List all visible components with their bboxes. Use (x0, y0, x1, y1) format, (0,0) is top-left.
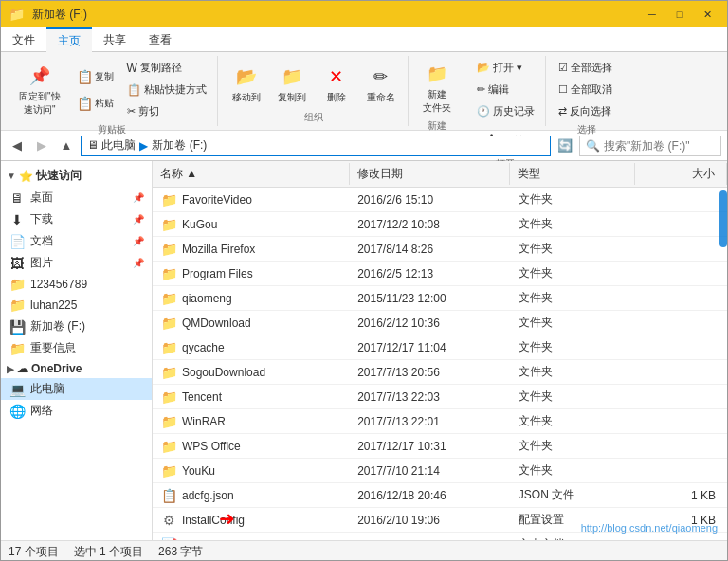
table-row[interactable]: 📁 WPS Office 2017/12/17 10:31 文件夹 (153, 434, 727, 459)
expand-arrow: ▼ (7, 171, 16, 181)
history-button[interactable]: 🕐 历史记录 (472, 101, 539, 121)
sidebar-item-downloads[interactable]: ⬇ 下载 📌 (1, 208, 152, 230)
main-layout: ▼ ⭐ 快速访问 🖥 桌面 📌 ⬇ 下载 📌 📄 文档 📌 🖼 图片 (1, 161, 727, 540)
invert-select-button[interactable]: ⇄ 反向选择 (554, 101, 620, 121)
network-label: 网络 (30, 403, 144, 419)
table-row[interactable]: 📁 qycache 2017/12/17 11:04 文件夹 (153, 335, 727, 360)
new-folder-button[interactable]: 📁 新建文件夹 (416, 58, 458, 118)
file-name: Mozilla Firefox (182, 243, 255, 256)
sidebar-item-pictures[interactable]: 🖼 图片 📌 (1, 252, 152, 274)
file-name: QMDownload (182, 317, 251, 330)
sidebar-item-network[interactable]: 🌐 网络 (1, 400, 152, 422)
quick-access-header[interactable]: ▼ ⭐ 快速访问 (1, 165, 152, 187)
delete-icon: ✕ (323, 63, 350, 90)
network-icon: 🌐 (9, 404, 26, 419)
file-type: 文件夹 (511, 263, 635, 283)
paste-shortcut-label: 粘贴快捷方式 (144, 82, 207, 97)
maximize-button[interactable]: □ (667, 6, 692, 23)
select-all-button[interactable]: ☑ 全部选择 (554, 58, 620, 78)
close-button[interactable]: ✕ (695, 6, 719, 23)
copy-to-button[interactable]: 📁 复制到 (271, 61, 313, 107)
file-icon: 📁 (160, 316, 177, 331)
col-date-header[interactable]: 修改日期 (350, 163, 511, 185)
onedrive-label: OneDrive (31, 362, 82, 375)
file-type: 文件夹 (511, 436, 635, 456)
file-date: 2016/2/12 10:36 (350, 315, 511, 332)
folder1-label: 123456789 (30, 278, 144, 291)
onedrive-header[interactable]: ▶ ☁ OneDrive (1, 359, 152, 378)
file-type: 配置设置 (511, 510, 635, 530)
file-icon: 📁 (160, 365, 177, 380)
refresh-button[interactable]: 🔄 (555, 136, 575, 156)
tab-home[interactable]: 主页 (46, 27, 92, 52)
sidebar-item-documents[interactable]: 📄 文档 📌 (1, 230, 152, 252)
table-row[interactable]: 📁 SogouDownload 2017/7/13 20:56 文件夹 (153, 360, 727, 385)
open-button[interactable]: 📂 打开 ▾ (472, 58, 538, 78)
copy-button[interactable]: 📋 复制 (69, 64, 120, 89)
group-organize: 📂 移动到 📁 复制到 ✕ 删除 ✏ 重命名 (220, 56, 409, 126)
sidebar-item-important[interactable]: 📁 重要信息 (1, 337, 152, 359)
copy-path-button[interactable]: W 复制路径 (122, 58, 211, 78)
move-to-icon: 📂 (233, 63, 260, 90)
ribbon-content: 📌 固定到"快速访问" 📋 复制 📋 粘贴 (1, 52, 727, 130)
sidebar-item-desktop[interactable]: 🖥 桌面 📌 (1, 187, 152, 208)
cut-icon: ✂ (127, 105, 136, 118)
table-row[interactable]: 📁 QMDownload 2016/2/12 10:36 文件夹 (153, 311, 727, 335)
file-icon: 📁 (160, 266, 177, 281)
title-bar: 📁 新加卷 (F:) ─ □ ✕ (1, 1, 727, 27)
tab-file[interactable]: 文件 (1, 27, 46, 52)
pin-indicator: 📌 (133, 192, 144, 203)
table-row[interactable]: 📝 log_network 2016/4/14 15:58 文本文档 72 KB (153, 533, 727, 540)
sidebar-item-folder2[interactable]: 📁 luhan225 (1, 295, 152, 316)
copy-icon: 📋 (76, 67, 95, 86)
rename-button[interactable]: ✏ 重命名 (360, 61, 402, 107)
up-button[interactable]: ▲ (56, 136, 77, 156)
select-none-button[interactable]: ☐ 全部取消 (554, 80, 620, 100)
paste-shortcut-button[interactable]: 📋 粘贴快捷方式 (122, 80, 211, 100)
back-button[interactable]: ◀ (7, 136, 27, 156)
quick-access-label: 快速访问 (36, 168, 82, 184)
table-row[interactable]: 📁 FavoriteVideo 2016/2/6 15:10 文件夹 (153, 188, 727, 212)
col-type-header[interactable]: 类型 (510, 163, 634, 185)
delete-button[interactable]: ✕ 删除 (317, 61, 356, 107)
search-input[interactable] (604, 139, 715, 153)
sidebar-item-this-pc[interactable]: 💻 此电脑 (1, 378, 152, 400)
tab-view[interactable]: 查看 (137, 27, 183, 52)
file-size (635, 469, 727, 473)
file-type: 文件夹 (511, 337, 635, 357)
group-new: 📁 新建文件夹 新建 (410, 56, 464, 126)
tab-share[interactable]: 共享 (92, 27, 137, 52)
open-icon: 📂 (477, 62, 490, 74)
table-row[interactable]: 📁 WinRAR 2017/7/13 22:01 文件夹 (153, 409, 727, 434)
minimize-button[interactable]: ─ (640, 6, 664, 23)
pin-button[interactable]: 📌 固定到"快速访问" (12, 60, 67, 119)
table-row[interactable]: 📁 Program Files 2016/2/5 12:13 文件夹 (153, 262, 727, 286)
group-open: 📂 打开 ▾ ✏ 编辑 🕐 历史记录 ℹ 属性 (466, 56, 546, 126)
table-row[interactable]: 📁 qiaomeng 2015/11/23 12:00 文件夹 (153, 286, 727, 311)
address-path[interactable]: 🖥 此电脑 ▶ 新加卷 (F:) (81, 136, 551, 156)
table-row[interactable]: 📁 YouKu 2017/7/10 21:14 文件夹 (153, 459, 727, 483)
col-size-header[interactable]: 大小 (635, 163, 727, 185)
forward-button[interactable]: ▶ (31, 136, 52, 156)
sidebar-item-drive-f[interactable]: 💾 新加卷 (F:) (1, 316, 152, 337)
paste-button[interactable]: 📋 粘贴 (69, 91, 120, 116)
edit-button[interactable]: ✏ 编辑 (472, 80, 538, 100)
file-date: 2017/12/2 10:08 (350, 216, 511, 233)
table-row[interactable]: 📁 Tencent 2017/7/13 22:03 文件夹 (153, 385, 727, 409)
sidebar-item-folder1[interactable]: 📁 123456789 (1, 274, 152, 295)
col-name-header[interactable]: 名称 ▲ (153, 163, 350, 185)
move-to-button[interactable]: 📂 移动到 (226, 61, 267, 107)
group-select: ☑ 全部选择 ☐ 全部取消 ⇄ 反向选择 选择 (548, 56, 626, 126)
paste-icon: 📋 (76, 94, 95, 113)
pin-indicator4: 📌 (133, 258, 144, 268)
table-row[interactable]: 📋 adcfg.json 2016/12/18 20:46 JSON 文件 1 … (153, 483, 727, 508)
table-row[interactable]: 📁 Mozilla Firefox 2017/8/14 8:26 文件夹 (153, 237, 727, 262)
table-row[interactable]: 📁 KuGou 2017/12/2 10:08 文件夹 (153, 212, 727, 237)
organize-label: 组织 (304, 111, 323, 124)
file-list-header: 名称 ▲ 修改日期 类型 大小 (153, 161, 727, 188)
delete-label: 删除 (327, 91, 346, 104)
search-icon: 🔍 (586, 139, 600, 153)
cut-button[interactable]: ✂ 剪切 (122, 101, 211, 121)
invert-select-label: 反向选择 (570, 104, 611, 118)
table-row[interactable]: ⚙ InstallConfig 2016/2/10 19:06 配置设置 1 K… (153, 508, 727, 533)
